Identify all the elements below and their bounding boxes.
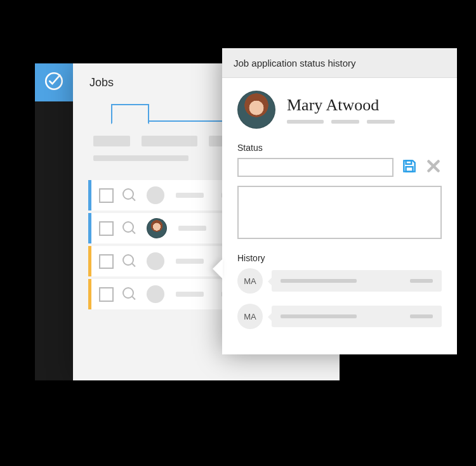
app-sidebar <box>35 63 73 380</box>
avatar <box>147 186 164 204</box>
svg-rect-2 <box>406 167 413 172</box>
row-checkbox[interactable] <box>99 254 114 269</box>
check-circle-icon <box>43 70 65 94</box>
status-indicator <box>88 180 91 210</box>
popover-pointer <box>213 259 223 279</box>
cancel-button[interactable] <box>425 159 442 176</box>
search-icon[interactable] <box>122 221 136 235</box>
close-icon <box>425 158 442 177</box>
app-logo[interactable] <box>35 63 73 101</box>
jobs-tab-active[interactable] <box>111 104 149 124</box>
history-label: History <box>237 253 442 263</box>
search-icon[interactable] <box>122 254 136 268</box>
status-label: Status <box>237 143 442 153</box>
row-checkbox[interactable] <box>99 287 114 302</box>
history-initials-badge: MA <box>237 304 263 329</box>
popover-title: Job application status history <box>222 48 457 78</box>
applicant-name: Mary Atwood <box>287 96 395 115</box>
save-button[interactable] <box>401 159 418 176</box>
status-note-textarea[interactable] <box>237 186 442 239</box>
history-entry: MA <box>237 304 442 329</box>
search-icon[interactable] <box>122 287 136 301</box>
status-indicator <box>88 246 91 276</box>
avatar <box>147 218 167 238</box>
history-bubble <box>272 270 442 292</box>
svg-rect-1 <box>406 160 412 164</box>
status-input[interactable] <box>237 158 393 177</box>
history-bubble <box>272 306 442 327</box>
search-icon[interactable] <box>122 188 136 202</box>
applicant-profile: Mary Atwood <box>237 91 442 129</box>
avatar <box>237 91 275 129</box>
history-initials-badge: MA <box>237 268 263 294</box>
save-icon <box>401 158 418 177</box>
row-checkbox[interactable] <box>99 188 114 203</box>
status-history-popover: Job application status history Mary Atwo… <box>222 48 457 354</box>
status-indicator <box>88 279 91 309</box>
status-indicator <box>88 213 91 243</box>
row-checkbox[interactable] <box>99 221 114 236</box>
history-entry: MA <box>237 268 442 294</box>
avatar <box>147 252 164 270</box>
avatar <box>147 285 164 303</box>
